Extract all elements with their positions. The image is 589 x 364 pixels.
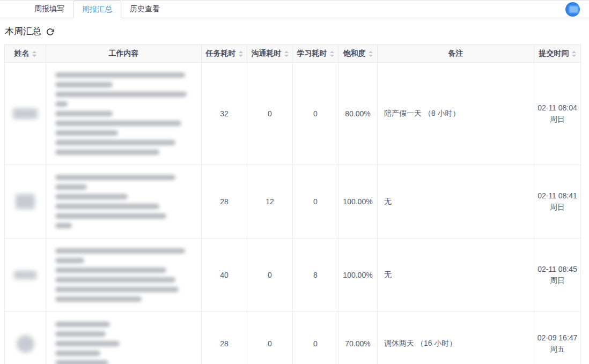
submit-time-cell: 02-11 08:45 周日 (534, 239, 581, 312)
submit-time-cell: 02-11 08:41 周日 (534, 165, 581, 239)
study-hours-cell: 0 (293, 165, 338, 239)
col-header-comm-hours[interactable]: 沟通耗时 (247, 45, 293, 63)
name-cell (5, 63, 46, 165)
note-cell: 无 (378, 165, 534, 239)
saturation-cell: 70.00% (338, 312, 378, 364)
name-cell (5, 165, 46, 239)
col-header-label: 学习耗时 (297, 49, 327, 57)
study-hours-cell: 8 (293, 239, 338, 312)
table-row: 32 0 0 80.00% 陪产假一天 （8 小时） 02-11 08:04 周… (5, 63, 581, 165)
work-content-cell (46, 165, 202, 239)
comm-hours-cell: 12 (247, 165, 293, 239)
sort-caret-icon[interactable] (572, 51, 576, 57)
col-header-label: 工作内容 (109, 49, 139, 57)
work-content-cell (46, 239, 202, 312)
submit-date: 02-09 16:47 (535, 332, 580, 344)
col-header-label: 提交时间 (539, 49, 569, 57)
note-cell: 陪产假一天 （8 小时） (378, 63, 534, 165)
col-header-saturation[interactable]: 饱和度 (338, 45, 378, 63)
col-header-submit-time[interactable]: 提交时间 (534, 45, 581, 63)
comm-hours-cell: 0 (247, 239, 293, 312)
note-cell: 无 (378, 239, 534, 312)
redacted-text (55, 72, 192, 155)
study-hours-cell: 0 (293, 312, 338, 364)
submit-weekday: 周日 (535, 275, 580, 286)
col-header-name[interactable]: 姓名 (5, 45, 46, 63)
submit-date: 02-11 08:45 (535, 264, 580, 275)
redacted-name (14, 271, 36, 279)
redacted-name (13, 108, 38, 119)
redacted-text (55, 322, 192, 364)
col-header-label: 任务耗时 (206, 49, 236, 57)
name-cell (5, 312, 46, 364)
task-hours-cell: 28 (202, 312, 247, 364)
sort-caret-icon[interactable] (330, 51, 334, 57)
user-avatar[interactable] (565, 2, 580, 17)
col-header-label: 沟通耗时 (252, 49, 282, 57)
table-row: 28 0 0 70.00% 调休两天 （16 小时） 02-09 16:47 周… (5, 312, 581, 364)
col-header-label: 饱和度 (343, 49, 366, 57)
name-cell (5, 239, 46, 312)
col-header-label: 备注 (448, 49, 463, 57)
section-header: 本周汇总 (0, 18, 589, 42)
page-title: 本周汇总 (5, 25, 41, 38)
saturation-cell: 100.00% (338, 239, 378, 312)
work-content-cell (46, 63, 202, 165)
redacted-name (17, 335, 34, 353)
col-header-study-hours[interactable]: 学习耗时 (293, 45, 338, 63)
submit-time-cell: 02-09 16:47 周五 (534, 312, 581, 364)
tab-weekly-fill[interactable]: 周报填写 (26, 1, 73, 18)
refresh-icon[interactable] (46, 27, 54, 36)
task-hours-cell: 40 (202, 239, 247, 312)
weekly-summary-table: 姓名 工作内容 任务耗时 沟通耗时 学习耗时 饱和度 备注 提交时间 (4, 44, 581, 364)
sort-caret-icon[interactable] (369, 51, 373, 57)
table-row: 40 0 8 100.00% 无 02-11 08:45 周日 (5, 239, 581, 312)
col-header-note: 备注 (378, 45, 534, 63)
redacted-text (55, 175, 192, 228)
col-header-task-hours[interactable]: 任务耗时 (202, 45, 247, 63)
saturation-cell: 80.00% (338, 63, 378, 165)
table-header-row: 姓名 工作内容 任务耗时 沟通耗时 学习耗时 饱和度 备注 提交时间 (5, 45, 581, 63)
submit-weekday: 周五 (535, 344, 580, 355)
work-content-cell (46, 312, 202, 364)
tab-history-view[interactable]: 历史查看 (121, 1, 168, 18)
submit-weekday: 周日 (535, 114, 580, 125)
submit-weekday: 周日 (535, 202, 580, 213)
table-row: 28 12 0 100.00% 无 02-11 08:41 周日 (5, 165, 581, 239)
submit-time-cell: 02-11 08:04 周日 (534, 63, 581, 165)
sort-caret-icon[interactable] (32, 51, 36, 57)
submit-date: 02-11 08:41 (535, 190, 580, 202)
sort-caret-icon[interactable] (239, 51, 243, 57)
comm-hours-cell: 0 (247, 312, 293, 364)
redacted-name (16, 194, 35, 209)
col-header-label: 姓名 (14, 49, 30, 57)
redacted-text (55, 248, 192, 302)
task-hours-cell: 28 (202, 165, 247, 239)
study-hours-cell: 0 (293, 63, 338, 165)
comm-hours-cell: 0 (247, 63, 293, 165)
note-cell: 调休两天 （16 小时） (378, 312, 534, 364)
top-tab-bar: 周报填写 周报汇总 历史查看 (0, 0, 589, 18)
saturation-cell: 100.00% (338, 165, 378, 239)
col-header-work-content: 工作内容 (46, 45, 202, 63)
submit-date: 02-11 08:04 (535, 102, 580, 114)
task-hours-cell: 32 (202, 63, 247, 165)
tab-weekly-summary[interactable]: 周报汇总 (73, 1, 121, 18)
sort-caret-icon[interactable] (284, 51, 289, 57)
